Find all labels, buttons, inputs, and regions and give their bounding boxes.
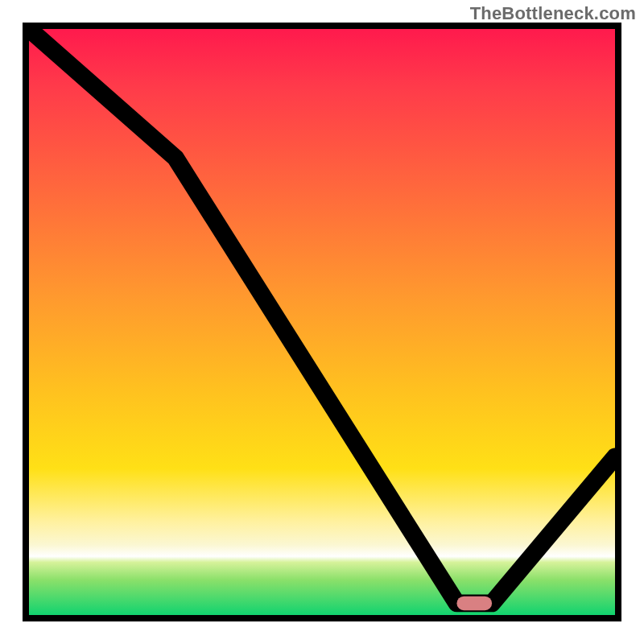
bottleneck-curve: [29, 29, 615, 603]
watermark-text: TheBottleneck.com: [470, 3, 636, 24]
plot-frame: [23, 23, 621, 621]
plot-area: [29, 29, 615, 615]
chart-stage: TheBottleneck.com: [0, 0, 644, 644]
optimum-marker: [456, 597, 492, 610]
curve-layer: [29, 29, 615, 615]
